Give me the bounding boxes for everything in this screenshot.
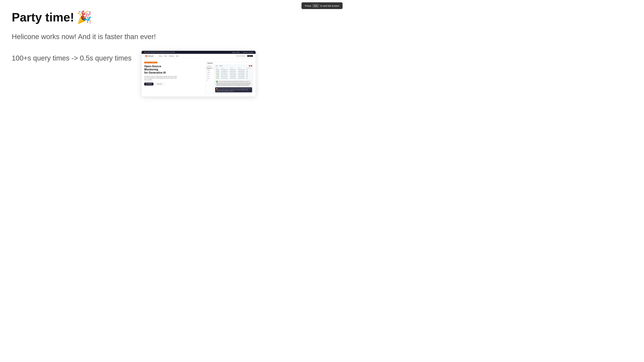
- model-cell: gpt-3.5-turbo-0613: [238, 71, 246, 72]
- dashboard-panel: Requests Dashboard Requests Usage Latenc…: [206, 62, 253, 93]
- view-demo-button[interactable]: View Demo: [155, 83, 164, 85]
- tokens-cell: 325: [246, 77, 252, 79]
- dashboard-title: Requests: [208, 62, 213, 64]
- chat-bubble-2: A As an AI model acting as an expert tea…: [215, 87, 252, 92]
- sidebar-item-dashboard[interactable]: Dashboard: [206, 65, 214, 67]
- request-cell: Here is your agent...: [220, 76, 229, 77]
- sidebar-item-keys[interactable]: Keys: [206, 77, 214, 79]
- response-cell: I'll start by looking...: [229, 76, 238, 77]
- response-cell: I will start by cons...: [229, 69, 238, 71]
- sidebar-item-rate[interactable]: Rate: [206, 75, 214, 77]
- response-cell: I choose to imitate...: [229, 77, 238, 79]
- signin-button[interactable]: Sign In: [247, 55, 253, 57]
- tokens-cell: 791: [246, 69, 252, 71]
- table-row[interactable]: Success Be a reminder, fac... I will sta…: [215, 69, 252, 71]
- response-cell: I choose to imitate...: [229, 74, 238, 76]
- fullscreen-text-after: to exit full screen: [320, 4, 339, 7]
- status-badge: Success: [216, 78, 220, 79]
- nav-docs[interactable]: Docs: [164, 55, 167, 57]
- status-badge: Success: [216, 71, 220, 72]
- site-nav-links: Pricing Docs Roadmap Blog: [159, 55, 233, 57]
- status-indicator-red: [249, 65, 250, 66]
- github-button[interactable]: Star us on Github: [236, 55, 246, 57]
- response-cell: I will start by cons...: [229, 72, 238, 74]
- sidebar-item-users[interactable]: Users: [206, 73, 214, 75]
- chat-text-2: As an AI model acting as an expert teach…: [216, 88, 251, 91]
- table-row[interactable]: Success Here is your agent... I choose t…: [215, 74, 252, 76]
- hero-description: Thousands of users and organizations lev…: [144, 76, 178, 81]
- a16z-link[interactable]: Andreessen Horowitz: [243, 52, 253, 53]
- table-row[interactable]: Success Here is your agent... I'll start…: [215, 76, 252, 77]
- col-response: Response: [229, 67, 238, 69]
- query-times-text: 100+s query times -> 0.5s query times: [12, 54, 132, 62]
- chat-modals: ✓ You're an AI model that generates incr…: [215, 80, 252, 92]
- sequoia-link[interactable]: Sequoia Capital: [232, 52, 240, 53]
- party-emoji: 🎉: [77, 10, 92, 24]
- site-top-bar: 🎉 Explore Helicone's role in shaping the…: [142, 51, 256, 54]
- site-hero: Backed by Y Combinator Open-Source Monit…: [142, 58, 256, 96]
- main-content: Party time! 🎉 Helicone works now! And it…: [0, 0, 644, 107]
- site-logo: H Helicone: [144, 55, 154, 57]
- model-cell: gpt-3.5-turbo-0613: [238, 72, 246, 74]
- col-status: Status: [215, 67, 220, 69]
- request-cell: Be a reminder, fac...: [220, 71, 229, 72]
- dashboard-toolbar: Filter Export: [215, 65, 252, 66]
- request-cell: Here is your agent...: [220, 77, 229, 79]
- chat-icon-orange: A: [216, 88, 218, 89]
- get-started-button[interactable]: Get Started: [144, 83, 154, 85]
- nav-roadmap[interactable]: Roadmap: [169, 55, 174, 57]
- request-cell: Here is your agent...: [220, 74, 229, 76]
- nav-pricing[interactable]: Pricing: [159, 55, 162, 57]
- site-preview: 🎉 Explore Helicone's role in shaping the…: [142, 51, 256, 96]
- requests-table: Status Request Response Model Total Toke…: [215, 67, 252, 79]
- model-cell: gpt-3.5-turbo-0613: [238, 76, 246, 77]
- fullscreen-notification: Press esc to exit full screen: [302, 2, 343, 9]
- col-tokens: Total Tokens: [246, 67, 252, 69]
- top-bar-links: Sequoia Capital | Andreessen Horowitz: [232, 52, 253, 53]
- hero-title-line3: for Generative AI: [144, 71, 202, 74]
- model-cell: gpt-3.5-turbo-0613: [238, 74, 246, 76]
- sidebar-item-ai[interactable]: AI: [206, 79, 214, 81]
- party-title: Party time!: [12, 10, 74, 24]
- nav-blog[interactable]: Blog: [176, 55, 178, 57]
- toolbar-export[interactable]: Export: [219, 65, 223, 66]
- site-nav-actions: Star us on Github Sign In: [236, 55, 253, 57]
- status-badge: Success: [216, 74, 220, 75]
- hero-title-line2: Monitoring: [144, 68, 202, 71]
- content-row: 100+s query times -> 0.5s query times 🎉 …: [12, 51, 632, 96]
- response-cell: I will start by cons...: [229, 71, 238, 72]
- table-row[interactable]: Success Be a reminder, fac... I will sta…: [215, 72, 252, 74]
- yc-badge: Backed by Y Combinator: [144, 62, 157, 63]
- status-badge: Success: [216, 69, 220, 70]
- col-model: Model: [238, 67, 246, 69]
- col-request: Request: [220, 67, 229, 69]
- top-bar-announcement: 🎉 Explore Helicone's role in shaping the…: [144, 52, 175, 53]
- table-row[interactable]: Success Here is your agent... I choose t…: [215, 77, 252, 79]
- dashboard-body: Dashboard Requests Usage Latency Users R…: [206, 64, 253, 93]
- hero-title: Open-Source Monitoring for Generative AI: [144, 65, 202, 74]
- announcement-text: 🎉 Explore Helicone's role in shaping the…: [144, 52, 175, 53]
- chat-icon-green: ✓: [216, 81, 218, 82]
- tokens-cell: 429: [246, 76, 252, 77]
- subtitle: Helicone works now! And it is faster tha…: [12, 33, 632, 41]
- esc-key-badge: esc: [312, 4, 319, 7]
- status-indicator-red2: [251, 65, 252, 66]
- helicone-logo-icon: H: [146, 55, 147, 57]
- hero-title-line1: Open-Source: [144, 65, 202, 68]
- tokens-cell: 558: [246, 72, 252, 74]
- chat-text-1: You're an AI model that generates incred…: [216, 81, 251, 86]
- toolbar-filter[interactable]: Filter: [215, 65, 218, 66]
- sidebar-item-latency[interactable]: Latency: [206, 71, 214, 73]
- model-cell: gpt-3.5-turbo-0613: [238, 69, 246, 71]
- table-row[interactable]: Success Be a reminder, fac... I will sta…: [215, 71, 252, 72]
- party-heading: Party time! 🎉: [12, 10, 632, 24]
- dashboard-sidebar: Dashboard Requests Usage Latency Users R…: [206, 64, 214, 93]
- sidebar-item-usage[interactable]: Usage: [206, 69, 214, 71]
- sidebar-item-requests[interactable]: Requests: [206, 67, 214, 69]
- chat-bubble-1: ✓ You're an AI model that generates incr…: [215, 80, 252, 87]
- hero-buttons: Get Started View Demo: [144, 83, 202, 85]
- left-section: 100+s query times -> 0.5s query times: [12, 51, 132, 62]
- site-logo-text: Helicone: [148, 55, 153, 57]
- tokens-cell: 503: [246, 74, 252, 76]
- tokens-cell: 765: [246, 71, 252, 72]
